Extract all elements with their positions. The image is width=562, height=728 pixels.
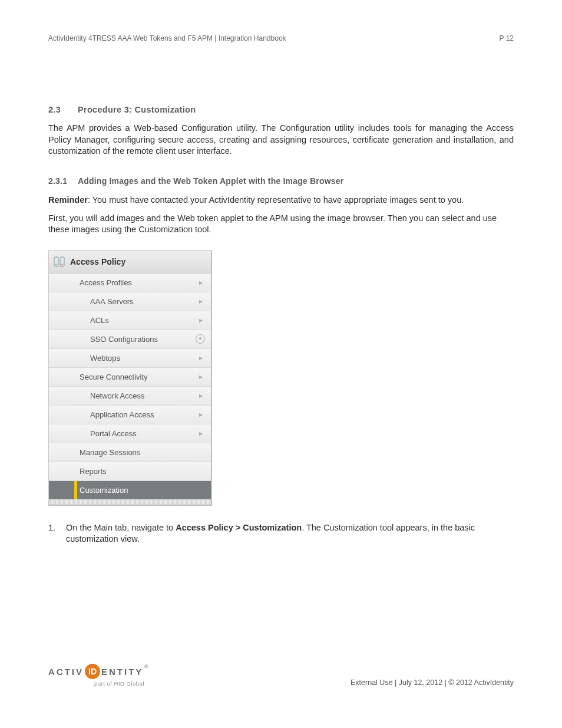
reminder-label: Reminder xyxy=(48,195,88,205)
step-text-bold: Access Policy > Customization xyxy=(176,523,302,532)
chevron-right-icon: ▸ xyxy=(196,354,211,362)
svg-point-2 xyxy=(55,264,57,266)
chevron-right-icon: ▸ xyxy=(196,429,211,437)
menu-item-customization[interactable]: Customization xyxy=(49,481,211,500)
page-footer: ACTIV ID ENTITY ® part of HID Global Ext… xyxy=(48,664,514,687)
subsection-number: 2.3.1 xyxy=(48,176,78,186)
menu-shadow xyxy=(49,500,211,505)
section-number: 2.3 xyxy=(48,105,78,114)
subsection-intro: First, you will add images and the Web t… xyxy=(48,213,514,236)
chevron-right-icon: ▸ xyxy=(196,391,211,400)
section-title: Procedure 3: Customization xyxy=(78,105,196,114)
menu-item-network-access[interactable]: Network Access ▸ xyxy=(49,387,211,406)
access-policy-icon xyxy=(54,256,65,267)
menu-item-label: Secure Connectivity xyxy=(49,373,196,381)
subsection-title: Adding Images and the Web Token Applet w… xyxy=(78,176,343,186)
menu-item-label: Reports xyxy=(49,467,196,476)
step-1: 1. On the Main tab, navigate to Access P… xyxy=(48,522,514,545)
svg-point-3 xyxy=(61,264,63,266)
chevron-right-icon: ▸ xyxy=(196,410,211,419)
menu-item-label: Manage Sessions xyxy=(49,448,196,457)
reminder-text: : You must have contacted your ActivIden… xyxy=(88,195,464,205)
plus-circle-icon[interactable]: + xyxy=(196,334,205,344)
reminder-line: Reminder: You must have contacted your A… xyxy=(48,195,514,205)
menu-item-acls[interactable]: ACLs ▸ xyxy=(49,311,211,330)
logo-text-left: ACTIV xyxy=(48,667,84,677)
activ-identity-logo: ACTIV ID ENTITY ® part of HID Global xyxy=(48,664,148,687)
menu-item-label: Customization xyxy=(49,486,196,495)
chevron-right-icon: ▸ xyxy=(196,373,211,381)
menu-header: Access Policy xyxy=(49,251,211,274)
chevron-right-icon: ▸ xyxy=(196,297,211,305)
doc-title: ActivIdentity 4TRESS AAA Web Tokens and … xyxy=(48,34,286,42)
menu-item-portal-access[interactable]: Portal Access ▸ xyxy=(49,424,211,443)
menu-item-application-access[interactable]: Application Access ▸ xyxy=(49,406,211,424)
menu-item-sso-configurations[interactable]: SSO Configurations + xyxy=(49,330,211,349)
menu-item-label: AAA Servers xyxy=(49,297,196,306)
section-heading: 2.3Procedure 3: Customization xyxy=(48,105,514,114)
menu-item-manage-sessions[interactable]: Manage Sessions xyxy=(49,443,211,462)
menu-item-access-profiles[interactable]: Access Profiles ▸ xyxy=(49,274,211,292)
menu-item-secure-connectivity[interactable]: Secure Connectivity ▸ xyxy=(49,368,211,387)
registered-mark: ® xyxy=(144,664,148,670)
step-number: 1. xyxy=(48,522,66,545)
logo-id-circle-icon: ID xyxy=(85,664,100,679)
menu-title: Access Policy xyxy=(70,257,125,266)
menu-item-aaa-servers[interactable]: AAA Servers ▸ xyxy=(49,292,211,311)
menu-item-label: ACLs xyxy=(49,316,196,325)
subsection-heading: 2.3.1Adding Images and the Web Token App… xyxy=(48,176,514,186)
document-page: ActivIdentity 4TRESS AAA Web Tokens and … xyxy=(0,0,562,728)
selection-indicator xyxy=(74,481,77,499)
menu-item-label: Network Access xyxy=(49,391,196,400)
menu-item-label: SSO Configurations xyxy=(49,335,196,344)
menu-item-label: Portal Access xyxy=(49,429,196,438)
page-header: ActivIdentity 4TRESS AAA Web Tokens and … xyxy=(48,34,514,42)
menu-item-webtops[interactable]: Webtops ▸ xyxy=(49,349,211,368)
menu-item-label: Access Profiles xyxy=(49,278,196,287)
footer-meta: External Use | July 12, 2012 | © 2012 Ac… xyxy=(351,678,514,687)
menu-item-label: Webtops xyxy=(49,354,196,363)
logo-text-right: ENTITY xyxy=(101,667,143,677)
page-number: P 12 xyxy=(500,34,514,42)
menu-item-reports[interactable]: Reports xyxy=(49,462,211,481)
section-intro: The APM provides a Web-based Configurati… xyxy=(48,123,514,157)
logo-subtitle: part of HID Global xyxy=(94,680,144,687)
chevron-right-icon: ▸ xyxy=(196,278,211,286)
chevron-right-icon: ▸ xyxy=(196,316,211,324)
menu-item-label: Application Access xyxy=(49,410,196,419)
step-text-pre: On the Main tab, navigate to xyxy=(66,523,176,532)
access-policy-menu: Access Policy Access Profiles ▸ AAA Serv… xyxy=(48,250,212,506)
